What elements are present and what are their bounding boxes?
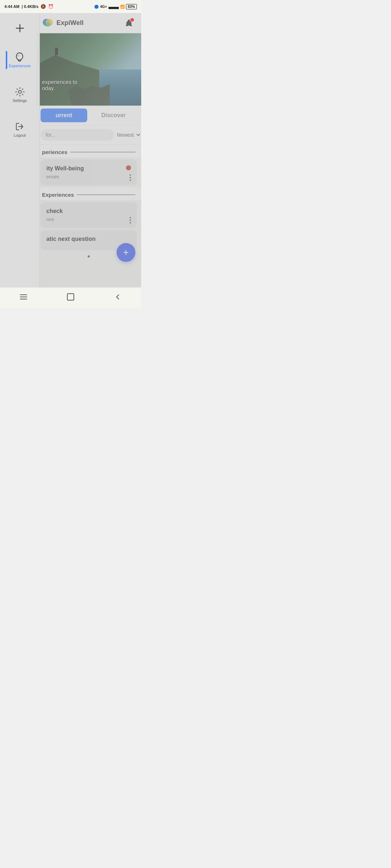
active-indicator bbox=[6, 51, 7, 69]
page-dot-1 bbox=[88, 255, 90, 258]
search-row: Newest bbox=[36, 125, 141, 145]
hero-line2: oday. bbox=[42, 85, 77, 91]
home-icon bbox=[66, 293, 75, 301]
main-screen: ExpiWell experiences to oday. bbox=[36, 13, 141, 287]
card-wellbeing-menu[interactable] bbox=[130, 174, 131, 181]
section-1-title: periences bbox=[42, 149, 67, 155]
tab-current[interactable]: urrent bbox=[41, 109, 87, 122]
status-right: 🔵 4G+ ▄▄▄▄ 📶 83% bbox=[94, 4, 137, 9]
fab-button[interactable]: + bbox=[117, 243, 135, 262]
status-bar: 4:44 AM | 0.4KB/s 🔕 ⏰ 🔵 4G+ ▄▄▄▄ 📶 83% bbox=[0, 0, 141, 13]
section-2-line bbox=[77, 195, 135, 195]
logo-icon bbox=[42, 17, 54, 29]
card-check-sub: nce bbox=[46, 217, 131, 222]
menu-dot-3 bbox=[130, 179, 131, 181]
drawer-experiences-wrapper: Experiences bbox=[6, 49, 34, 71]
app-header: ExpiWell bbox=[36, 13, 141, 33]
bluetooth-icon: 🔵 bbox=[94, 5, 98, 9]
nav-home-button[interactable] bbox=[63, 290, 78, 306]
menu-dot-5 bbox=[130, 220, 131, 221]
mute-icon: 🔕 bbox=[41, 4, 46, 9]
section-2-title: Experiences bbox=[42, 192, 74, 198]
card-wellbeing-title: ity Well-being bbox=[46, 165, 131, 172]
network-icon: 4G+ bbox=[100, 5, 107, 9]
hero-line1: experiences to bbox=[42, 79, 77, 85]
status-data-speed: | 0.4KB/s bbox=[22, 4, 39, 9]
svg-point-2 bbox=[45, 22, 51, 27]
tabs-row: urrent Discover bbox=[36, 106, 141, 125]
card-check-menu[interactable] bbox=[130, 217, 131, 224]
sort-label: Newest bbox=[117, 132, 134, 138]
settings-icon bbox=[15, 87, 25, 97]
card-next-question-title: atic next question bbox=[46, 236, 131, 242]
tab-discover[interactable]: Discover bbox=[90, 109, 137, 122]
app-name: ExpiWell bbox=[56, 19, 84, 27]
section-2-header: Experiences bbox=[36, 187, 141, 200]
signal-bars-icon: ▄▄▄▄ bbox=[109, 5, 119, 9]
drawer-experiences-label: Experiences bbox=[9, 64, 31, 68]
bottom-nav bbox=[0, 287, 141, 307]
menu-dot-6 bbox=[130, 222, 131, 224]
menu-dot-1 bbox=[130, 174, 131, 176]
search-input[interactable] bbox=[41, 129, 114, 141]
notification-dot bbox=[130, 18, 134, 22]
drawer-logout-label: Logout bbox=[14, 133, 26, 137]
card-wellbeing-dot bbox=[126, 165, 131, 170]
nav-back-button[interactable] bbox=[110, 290, 125, 306]
drawer-settings-item[interactable]: Settings bbox=[10, 84, 30, 106]
menu-dot-2 bbox=[130, 177, 131, 178]
svg-point-9 bbox=[18, 55, 19, 56]
hero-figure bbox=[55, 48, 58, 55]
sort-dropdown[interactable]: Newest bbox=[117, 132, 141, 138]
fab-icon: + bbox=[123, 247, 129, 258]
section-1-line bbox=[70, 152, 135, 152]
status-left: 4:44 AM | 0.4KB/s 🔕 ⏰ bbox=[4, 4, 54, 9]
battery-indicator: 83% bbox=[126, 4, 137, 9]
drawer-settings-label: Settings bbox=[13, 98, 27, 103]
hero-text: experiences to oday. bbox=[42, 79, 77, 91]
back-icon bbox=[113, 293, 122, 301]
svg-point-10 bbox=[18, 90, 21, 93]
chevron-down-icon bbox=[135, 132, 141, 138]
status-time: 4:44 AM bbox=[4, 4, 20, 9]
card-wellbeing-sub: ences bbox=[46, 174, 131, 179]
app-logo: ExpiWell bbox=[42, 17, 84, 29]
side-drawer: Experiences Settings Logout bbox=[0, 13, 40, 287]
svg-point-5 bbox=[16, 53, 23, 60]
logout-icon bbox=[15, 122, 25, 132]
card-check[interactable]: check nce bbox=[41, 202, 137, 228]
hero-image: experiences to oday. bbox=[36, 33, 141, 106]
balloon-icon bbox=[14, 52, 25, 62]
wifi-icon: 📶 bbox=[120, 5, 125, 9]
drawer-experiences-item[interactable]: Experiences bbox=[6, 49, 34, 71]
menu-dot-4 bbox=[130, 217, 131, 218]
svg-rect-15 bbox=[67, 294, 74, 300]
section-1-header: periences bbox=[36, 145, 141, 157]
hamburger-icon bbox=[19, 293, 28, 301]
notification-button[interactable] bbox=[122, 17, 135, 30]
alarm-icon: ⏰ bbox=[48, 4, 54, 9]
card-check-title: check bbox=[46, 208, 131, 214]
nav-menu-button[interactable] bbox=[16, 290, 31, 306]
card-wellbeing[interactable]: ity Well-being ences bbox=[41, 159, 137, 185]
drawer-logout-item[interactable]: Logout bbox=[11, 119, 29, 140]
drawer-add-button[interactable] bbox=[12, 20, 28, 36]
add-icon bbox=[15, 23, 25, 33]
